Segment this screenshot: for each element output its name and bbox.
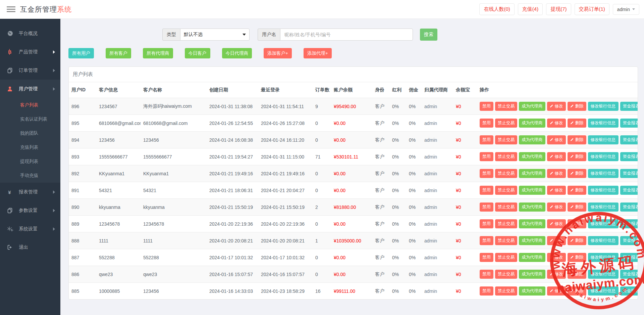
disable-button[interactable]: 禁用 <box>480 119 493 128</box>
ban-trade-button[interactable]: 禁止交易 <box>495 253 517 262</box>
sidebar-item-report-management[interactable]: ¥报表管理 <box>0 183 60 201</box>
delete-button[interactable]: 删除 <box>568 169 586 178</box>
make-agent-button[interactable]: 成为代理商 <box>519 253 545 262</box>
fund-report-button[interactable]: 资金报表 <box>620 152 638 161</box>
make-agent-button[interactable]: 成为代理商 <box>519 152 545 161</box>
today-agents-button[interactable]: 今日代理商 <box>222 48 252 58</box>
make-agent-button[interactable]: 成为代理商 <box>519 135 545 144</box>
edit-button[interactable]: 修改 <box>547 152 566 161</box>
hamburger-menu-icon[interactable] <box>7 5 15 13</box>
delete-button[interactable]: 删除 <box>568 270 586 279</box>
disable-button[interactable]: 禁用 <box>480 152 493 161</box>
delete-button[interactable]: 删除 <box>568 186 586 195</box>
ban-trade-button[interactable]: 禁止交易 <box>495 186 517 195</box>
fund-report-button[interactable]: 资金报表 <box>620 119 638 128</box>
make-agent-button[interactable]: 成为代理商 <box>519 203 545 212</box>
recharge-button[interactable]: 充值(4) <box>518 3 543 15</box>
edit-bank-info-button[interactable]: 修改银行信息 <box>588 270 619 279</box>
ban-trade-button[interactable]: 禁止交易 <box>495 236 517 245</box>
online-users-button[interactable]: 在线人数(0) <box>479 3 514 15</box>
sidebar-item-system-settings[interactable]: 系统设置 <box>0 220 60 238</box>
fund-report-button[interactable]: 资金报表 <box>620 236 638 245</box>
sidebar-subitem-customer-list[interactable]: 客户列表 <box>0 98 60 112</box>
delete-button[interactable]: 删除 <box>568 152 586 161</box>
ban-trade-button[interactable]: 禁止交易 <box>495 286 517 296</box>
sidebar-item-product-management[interactable]: B产品管理 <box>0 43 60 61</box>
add-agent-button[interactable]: 添加代理+ <box>304 48 332 58</box>
sidebar-item-logout[interactable]: 退出 <box>0 238 60 257</box>
make-agent-button[interactable]: 成为代理商 <box>519 102 545 111</box>
fund-report-button[interactable]: 资金报表 <box>620 286 638 296</box>
edit-button[interactable]: 修改 <box>547 236 566 245</box>
today-customers-button[interactable]: 今日客户 <box>185 48 210 58</box>
add-customer-button[interactable]: 添加客户+ <box>264 48 292 58</box>
make-agent-button[interactable]: 成为代理商 <box>519 219 545 228</box>
ban-trade-button[interactable]: 禁止交易 <box>495 119 517 128</box>
disable-button[interactable]: 禁用 <box>480 286 493 296</box>
disable-button[interactable]: 禁用 <box>480 219 493 228</box>
withdraw-button[interactable]: 提现(7) <box>546 3 571 15</box>
disable-button[interactable]: 禁用 <box>480 253 493 262</box>
make-agent-button[interactable]: 成为代理商 <box>519 119 545 128</box>
fund-report-button[interactable]: 资金报表 <box>620 169 638 178</box>
username-input[interactable] <box>280 29 413 41</box>
sidebar-item-platform-overview[interactable]: 平台概况 <box>0 24 60 43</box>
sidebar-subitem-manual-recharge[interactable]: 手动充值 <box>0 169 60 183</box>
trade-orders-button[interactable]: 交易订单(1) <box>575 3 609 15</box>
edit-button[interactable]: 修改 <box>547 203 566 212</box>
search-button[interactable]: 搜索 <box>420 29 437 41</box>
edit-bank-info-button[interactable]: 修改银行信息 <box>588 169 619 178</box>
delete-button[interactable]: 删除 <box>568 219 586 228</box>
make-agent-button[interactable]: 成为代理商 <box>519 236 545 245</box>
delete-button[interactable]: 删除 <box>568 119 586 128</box>
ban-trade-button[interactable]: 禁止交易 <box>495 203 517 212</box>
edit-button[interactable]: 修改 <box>547 270 566 279</box>
disable-button[interactable]: 禁用 <box>480 102 493 111</box>
fund-report-button[interactable]: 资金报表 <box>620 186 638 195</box>
edit-button[interactable]: 修改 <box>547 135 566 144</box>
fund-report-button[interactable]: 资金报表 <box>620 253 638 262</box>
edit-bank-info-button[interactable]: 修改银行信息 <box>588 236 619 245</box>
sidebar-item-parameter-settings[interactable]: 参数设置 <box>0 201 60 220</box>
delete-button[interactable]: 删除 <box>568 253 586 262</box>
edit-button[interactable]: 修改 <box>547 119 566 128</box>
make-agent-button[interactable]: 成为代理商 <box>519 169 545 178</box>
all-customers-button[interactable]: 所有客户 <box>106 48 131 58</box>
ban-trade-button[interactable]: 禁止交易 <box>495 152 517 161</box>
disable-button[interactable]: 禁用 <box>480 169 493 178</box>
edit-bank-info-button[interactable]: 修改银行信息 <box>588 219 619 228</box>
delete-button[interactable]: 删除 <box>568 236 586 245</box>
ban-trade-button[interactable]: 禁止交易 <box>495 219 517 228</box>
edit-bank-info-button[interactable]: 修改银行信息 <box>588 119 619 128</box>
admin-user-menu[interactable]: admin <box>613 4 639 15</box>
edit-button[interactable]: 修改 <box>547 286 566 296</box>
ban-trade-button[interactable]: 禁止交易 <box>495 102 517 111</box>
sidebar-subitem-withdraw-list[interactable]: 提现列表 <box>0 154 60 169</box>
edit-bank-info-button[interactable]: 修改银行信息 <box>588 102 619 111</box>
disable-button[interactable]: 禁用 <box>480 203 493 212</box>
edit-bank-info-button[interactable]: 修改银行信息 <box>588 286 619 296</box>
disable-button[interactable]: 禁用 <box>480 186 493 195</box>
all-agents-button[interactable]: 所有代理商 <box>143 48 173 58</box>
edit-button[interactable]: 修改 <box>547 102 566 111</box>
all-users-button[interactable]: 所有用户 <box>68 48 94 58</box>
fund-report-button[interactable]: 资金报表 <box>620 135 638 144</box>
sidebar-subitem-recharge-list[interactable]: 充值列表 <box>0 140 60 154</box>
edit-button[interactable]: 修改 <box>547 219 566 228</box>
make-agent-button[interactable]: 成为代理商 <box>519 286 545 296</box>
edit-button[interactable]: 修改 <box>547 169 566 178</box>
type-select[interactable]: 默认不选 <box>180 29 250 41</box>
delete-button[interactable]: 删除 <box>568 286 586 296</box>
disable-button[interactable]: 禁用 <box>480 135 493 144</box>
sidebar-item-user-management[interactable]: 用户管理 <box>0 80 60 98</box>
edit-bank-info-button[interactable]: 修改银行信息 <box>588 186 619 195</box>
sidebar-subitem-realname-verify-list[interactable]: 实名认证列表 <box>0 112 60 126</box>
make-agent-button[interactable]: 成为代理商 <box>519 186 545 195</box>
fund-report-button[interactable]: 资金报表 <box>620 270 638 279</box>
delete-button[interactable]: 删除 <box>568 102 586 111</box>
edit-bank-info-button[interactable]: 修改银行信息 <box>588 135 619 144</box>
fund-report-button[interactable]: 资金报表 <box>620 219 638 228</box>
edit-bank-info-button[interactable]: 修改银行信息 <box>588 203 619 212</box>
ban-trade-button[interactable]: 禁止交易 <box>495 169 517 178</box>
disable-button[interactable]: 禁用 <box>480 236 493 245</box>
